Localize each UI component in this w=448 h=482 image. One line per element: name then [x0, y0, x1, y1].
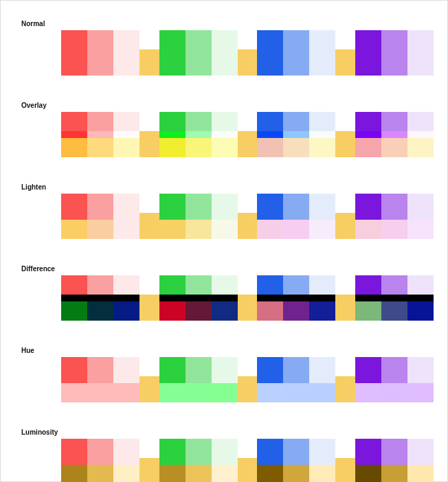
palette-group	[61, 131, 139, 157]
blend-modes-demo: NormalOverlayLightenDifferenceHueLuminos…	[0, 0, 448, 482]
swatch	[186, 295, 212, 321]
swatch	[61, 376, 87, 402]
swatch-stage	[14, 30, 434, 76]
swatch-row-blended	[61, 213, 434, 239]
palette-group	[61, 213, 139, 239]
swatch	[212, 376, 238, 402]
palette-group	[61, 295, 139, 321]
swatch-row-blended	[61, 458, 434, 482]
swatch	[381, 131, 407, 157]
palette-group	[355, 295, 434, 321]
swatch	[113, 213, 139, 239]
swatch	[309, 295, 335, 321]
swatch	[355, 131, 381, 157]
swatch	[407, 213, 434, 239]
swatch	[212, 295, 238, 321]
swatch-row-blended	[61, 49, 434, 76]
swatch	[87, 458, 113, 482]
swatch	[113, 131, 139, 157]
palette-group	[159, 376, 238, 402]
swatch	[407, 376, 434, 402]
palette-group	[257, 295, 335, 321]
swatch	[61, 49, 87, 76]
swatch	[257, 295, 283, 321]
swatch	[309, 49, 335, 76]
swatch	[159, 213, 186, 239]
swatch	[407, 131, 434, 157]
section-label: Luminosity	[14, 428, 434, 436]
palette-group	[355, 376, 434, 402]
swatch	[407, 49, 434, 76]
swatch	[212, 213, 238, 239]
swatch	[186, 213, 212, 239]
swatch	[407, 458, 434, 482]
swatch	[61, 131, 87, 157]
swatch	[186, 458, 212, 482]
swatch	[283, 376, 309, 402]
palette-group	[61, 458, 139, 482]
swatch	[381, 458, 407, 482]
swatch-stage	[14, 194, 434, 239]
swatch	[159, 131, 186, 157]
swatch	[87, 213, 113, 239]
swatch	[355, 213, 381, 239]
swatch	[283, 213, 309, 239]
swatch	[159, 49, 186, 76]
swatch	[381, 295, 407, 321]
palette-group	[159, 131, 238, 157]
swatch	[257, 376, 283, 402]
palette-group	[257, 131, 335, 157]
swatch	[87, 295, 113, 321]
swatch	[186, 131, 212, 157]
swatch	[355, 295, 381, 321]
swatch-row-blended	[61, 295, 434, 321]
swatch-stage	[14, 357, 434, 402]
swatch	[355, 376, 381, 402]
swatch	[159, 458, 186, 482]
palette-group	[257, 49, 335, 76]
swatch	[61, 213, 87, 239]
section-label: Lighten	[14, 183, 434, 191]
swatch	[159, 295, 186, 321]
swatch	[61, 458, 87, 482]
swatch	[283, 131, 309, 157]
swatch	[87, 376, 113, 402]
section-label: Normal	[14, 20, 434, 27]
swatch	[257, 131, 283, 157]
palette-group	[355, 458, 434, 482]
swatch	[309, 131, 335, 157]
palette-group	[355, 49, 434, 76]
swatch	[113, 295, 139, 321]
swatch-row-blended	[61, 376, 434, 402]
blend-section-difference: Difference	[14, 265, 434, 321]
swatch	[87, 49, 113, 76]
swatch	[113, 458, 139, 482]
palette-group	[355, 213, 434, 239]
blend-section-overlay: Overlay	[14, 102, 434, 157]
swatch	[381, 49, 407, 76]
palette-group	[61, 49, 139, 76]
palette-group	[61, 376, 139, 402]
palette-group	[159, 49, 238, 76]
blend-section-luminosity: Luminosity	[14, 428, 434, 482]
palette-group	[159, 295, 238, 321]
swatch	[257, 213, 283, 239]
swatch	[381, 213, 407, 239]
swatch	[355, 458, 381, 482]
swatch	[212, 458, 238, 482]
blend-section-normal: Normal	[14, 20, 434, 76]
swatch	[87, 131, 113, 157]
section-label: Difference	[14, 265, 434, 273]
blend-section-hue: Hue	[14, 347, 434, 402]
swatch	[309, 376, 335, 402]
swatch	[212, 49, 238, 76]
swatch	[159, 376, 186, 402]
swatch	[381, 376, 407, 402]
palette-group	[355, 131, 434, 157]
palette-group	[257, 458, 335, 482]
section-label: Overlay	[14, 102, 434, 109]
palette-group	[257, 213, 335, 239]
swatch	[309, 213, 335, 239]
swatch-row-blended	[61, 131, 434, 157]
swatch	[283, 295, 309, 321]
